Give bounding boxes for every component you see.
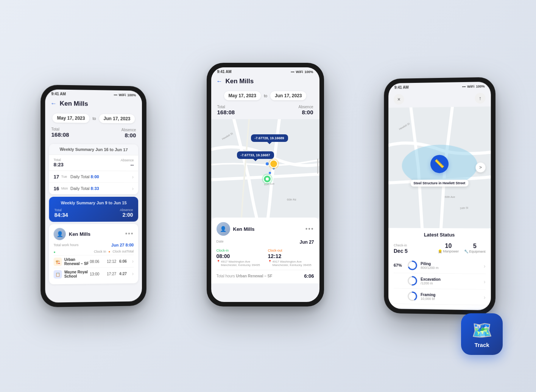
map-area-center[interactable]: Hewlett St 60th Ave 60th Rd [211, 119, 319, 218]
absence-stat-left: Absence 8:00 [122, 128, 136, 138]
share-button-right[interactable]: ↑ [475, 93, 485, 104]
employee-name-left: Ken Mills [69, 231, 122, 237]
absence-stat-center: Absence 8:00 [299, 105, 313, 115]
app-icon-label: Track [474, 342, 489, 348]
blue-total: Total 84:34 [55, 208, 68, 218]
status-count: 10 👷 Manpower 5 🔧 Equipment [438, 243, 486, 254]
date-range-left: May 17, 2023 to Jun 17, 2023 [45, 111, 142, 126]
svg-text:60th Ave: 60th Ave [445, 196, 455, 198]
progress-info-1: Excavation /1200 m [421, 277, 481, 286]
bottom-card-header: 👤 Ken Mills ••• [217, 222, 314, 236]
bottom-card-center: 👤 Ken Mills ••• Date Jun 27 Clock-in 08:… [211, 218, 319, 283]
avatar-center: 👤 [217, 222, 230, 236]
scrollbar-center[interactable] [317, 159, 318, 174]
back-button-center[interactable]: ← [217, 78, 223, 85]
chevron-job-0: › [132, 258, 134, 264]
work-item-1[interactable]: 📋 Wayne Royal School 13:00 17:27 4:27 › [54, 267, 134, 280]
absence-value-center: 8:00 [299, 109, 313, 115]
svg-point-7 [269, 172, 271, 174]
manpower-icon: 👷 [438, 249, 442, 253]
map-area-right[interactable]: Hewlett St 60th Ave 24th St 📏 Steel Stru… [388, 106, 491, 228]
clock-in-addr: 📍4917 Washington Ave Manchester, Kentuck… [217, 260, 263, 267]
signal-icon-c: ▪▪▪ [291, 70, 294, 74]
job-icon-0: 🏗️ [54, 258, 62, 266]
svg-point-12 [266, 177, 269, 180]
status-bar-center: 9:41 AM ▪▪▪ WiFi 100% [211, 67, 319, 75]
progress-item-0[interactable]: 67% Piling 800/1200 m › [394, 258, 486, 274]
clock-in-val: 08:00 [217, 253, 263, 259]
work-times-1: 13:00 17:27 [90, 272, 116, 276]
equipment-icon: 🔧 [464, 249, 468, 253]
daily-total-17: Daily Total 8:00 [70, 174, 132, 179]
progress-item-2[interactable]: Framing 10,000 bf › [394, 288, 486, 305]
right-phone-screen: 9:41 AM ▪▪▪ WiFi 100% × ↑ [388, 82, 491, 310]
job-name-0: Urban Renewal – SF [64, 257, 90, 266]
date-from-left[interactable]: May 17, 2023 [53, 114, 90, 123]
map-chevron-right[interactable]: > [475, 162, 485, 172]
left-phone-screen: 9:41 AM ▪▪▪ WiFi 100% ← Ken Mills May 17… [45, 89, 142, 303]
chevron-progress-0: › [484, 263, 486, 269]
equipment-count: 5 🔧 Equipment [464, 243, 486, 254]
center-phone-screen: 9:41 AM ▪▪▪ WiFi 100% ← Ken Mills May 17… [211, 67, 319, 302]
weekly-stats-1: Total 8:23 Absence -- [49, 155, 138, 171]
daily-row-16[interactable]: 16 Mon Daily Total 8:33 › [49, 183, 138, 194]
work-hours-label-left: Total work hours [54, 243, 79, 247]
date-to-center: to [264, 93, 267, 98]
status-checkin: Check-in Dec 5 [394, 241, 408, 254]
back-button-left[interactable]: ← [50, 100, 56, 107]
close-button-right[interactable]: × [394, 94, 404, 104]
col-dot-green: ● [54, 250, 92, 254]
app-icon[interactable]: 🗺️ Track [461, 313, 503, 355]
status-time-left: 9:41 AM [51, 92, 65, 96]
date-to-left[interactable]: Jun 17, 2023 [99, 114, 135, 123]
app-icon-container: 🗺️ Track [461, 313, 503, 355]
signal-icon: ▪▪▪ [114, 93, 117, 96]
wifi-icon-r: WiFi [467, 84, 474, 88]
total-label-center: Total [217, 105, 235, 109]
center-phone: 9:41 AM ▪▪▪ WiFi 100% ← Ken Mills May 17… [207, 63, 324, 306]
battery-icon-r: 100% [476, 84, 485, 88]
latest-status-section: Latest Status Check-in Dec 5 10 👷 Manpow… [388, 228, 491, 309]
weekly-absence-1: Absence -- [121, 158, 134, 168]
dots-menu-center[interactable]: ••• [305, 226, 314, 232]
daily-row-17[interactable]: 17 Tue Daily Total 8:00 › [49, 171, 138, 183]
weekly-summary-blue: Weekly Summary Jun 9 to Jun 15 Total 84:… [49, 197, 138, 222]
clock-out-val: 12:12 [268, 253, 314, 259]
work-total-0: 6:06 [119, 259, 130, 263]
left-phone: 9:41 AM ▪▪▪ WiFi 100% ← Ken Mills May 17… [41, 85, 146, 307]
progress-pct-0: 67% [394, 263, 404, 268]
total-stat-center: Total 168:08 [217, 105, 235, 115]
weekly-summary-blue-title: Weekly Summary Jun 9 to Jun 15 [55, 201, 133, 205]
page-title-left: Ken Mills [60, 100, 88, 108]
date-range-center: May 17, 2023 to Jun 17, 2023 [211, 89, 319, 103]
work-total-1: 4:27 [119, 272, 130, 276]
weekly-total-1: Total 8:23 [54, 158, 64, 167]
date-to-center[interactable]: Jun 17, 2023 [270, 91, 306, 100]
progress-circle-0 [407, 260, 418, 271]
chevron-progress-2: › [484, 294, 486, 300]
weekly-summary-blue-vals: Total 84:34 Absence 2:00 [55, 208, 133, 218]
checkin-date: Dec 5 [394, 248, 408, 254]
signal-icon-r: ▪▪▪ [462, 84, 466, 88]
stats-row-center: Total 168:08 Absence 8:00 [211, 103, 319, 119]
weekly-summary-1: Weekly Summary Jun 16 to Jun 17 Total 8:… [49, 144, 138, 194]
job-name-1: Wayne Royal School [64, 270, 90, 278]
work-item-0[interactable]: 🏗️ Urban Renewal – SF 08:06 12:12 6:06 › [54, 255, 134, 268]
day-num-17: 17 [54, 174, 61, 179]
total-value-left: 168:08 [51, 131, 69, 138]
card-date-row: Date Jun 27 [217, 240, 314, 245]
absence-label-left: Absence [122, 128, 136, 132]
map-popup-1: -7.67728, 19.16689 [251, 134, 288, 142]
card-date-val: Jun 27 [299, 240, 314, 245]
status-icons-center: ▪▪▪ WiFi 100% [291, 70, 313, 74]
date-from-center[interactable]: May 17, 2023 [224, 91, 261, 100]
day-name-17: Tue [61, 175, 70, 179]
weekly-summary-1-header: Weekly Summary Jun 16 to Jun 17 [49, 144, 138, 156]
progress-item-1[interactable]: Excavation /1200 m › [394, 273, 486, 290]
total-hours-label: Total hours Urban Renewal – SF [217, 274, 273, 278]
clock-cols: Clock-in 08:00 📍4917 Washington Ave Manc… [217, 249, 314, 267]
site-icon: 📏 [430, 155, 449, 173]
employee-name-center: Ken Mills [233, 226, 302, 232]
wifi-icon-c: WiFi [296, 70, 303, 74]
dots-menu-left[interactable]: ••• [125, 230, 134, 237]
